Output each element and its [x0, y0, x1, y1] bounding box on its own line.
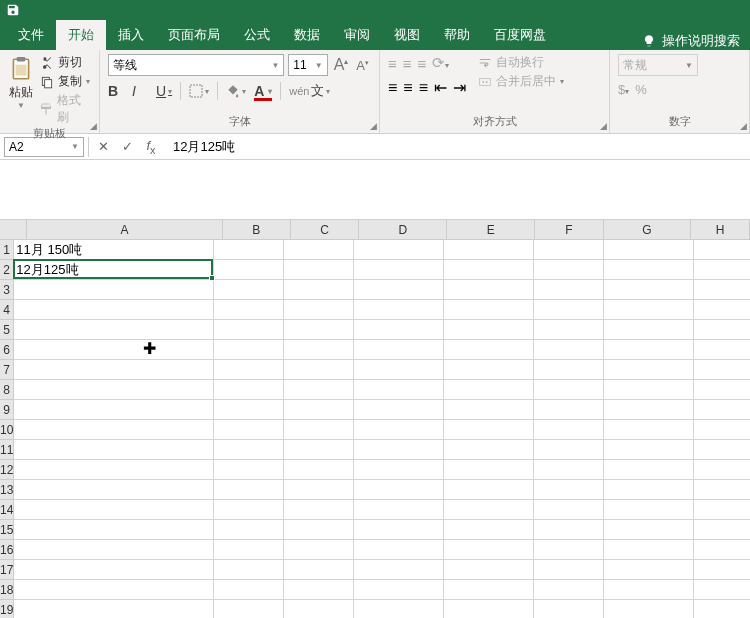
cell[interactable]: 12月125吨	[14, 260, 214, 280]
expand-icon[interactable]: ◢	[600, 121, 607, 131]
enter-button[interactable]: ✓	[117, 139, 137, 154]
cell[interactable]	[534, 520, 604, 540]
cell[interactable]	[354, 440, 444, 460]
cell[interactable]	[534, 580, 604, 600]
select-all-corner[interactable]	[0, 220, 27, 240]
cell[interactable]	[604, 360, 694, 380]
cell[interactable]	[444, 280, 534, 300]
cell[interactable]	[214, 500, 284, 520]
tab-page-layout[interactable]: 页面布局	[156, 20, 232, 50]
cell[interactable]	[444, 460, 534, 480]
align-center-button[interactable]: ≡	[403, 79, 412, 97]
expand-icon[interactable]: ◢	[370, 121, 377, 131]
fill-color-button[interactable]: ▾	[226, 84, 246, 98]
number-format-select[interactable]: 常规 ▼	[618, 54, 698, 76]
cancel-button[interactable]: ✕	[93, 139, 113, 154]
cell[interactable]	[14, 420, 214, 440]
column-header[interactable]: E	[447, 220, 535, 240]
cell[interactable]	[284, 560, 354, 580]
cell[interactable]	[604, 560, 694, 580]
tab-review[interactable]: 审阅	[332, 20, 382, 50]
cell[interactable]	[694, 600, 750, 618]
cell[interactable]	[694, 480, 750, 500]
cell[interactable]	[534, 460, 604, 480]
cell[interactable]	[214, 240, 284, 260]
cell[interactable]	[694, 380, 750, 400]
formula-bar[interactable]: 12月125吨	[165, 138, 746, 156]
cell[interactable]	[694, 400, 750, 420]
cell[interactable]	[604, 520, 694, 540]
align-middle-button[interactable]: ≡	[403, 55, 412, 72]
tab-insert[interactable]: 插入	[106, 20, 156, 50]
row-header[interactable]: 2	[0, 260, 14, 280]
cell[interactable]: 11月 150吨	[14, 240, 214, 260]
expand-icon[interactable]: ◢	[740, 121, 747, 131]
cell[interactable]	[14, 380, 214, 400]
cell[interactable]	[444, 580, 534, 600]
column-header[interactable]: D	[359, 220, 447, 240]
cell[interactable]	[284, 500, 354, 520]
cell[interactable]	[14, 560, 214, 580]
row-header[interactable]: 19	[0, 600, 14, 618]
column-header[interactable]: C	[291, 220, 359, 240]
cell[interactable]	[214, 320, 284, 340]
cell[interactable]	[444, 360, 534, 380]
accounting-format-button[interactable]: $▾	[618, 82, 629, 97]
cell[interactable]	[444, 400, 534, 420]
row-header[interactable]: 18	[0, 580, 14, 600]
cell[interactable]	[284, 360, 354, 380]
percent-format-button[interactable]: %	[635, 82, 647, 97]
tab-help[interactable]: 帮助	[432, 20, 482, 50]
tab-data[interactable]: 数据	[282, 20, 332, 50]
cell[interactable]	[354, 540, 444, 560]
format-painter-button[interactable]: 格式刷	[40, 92, 91, 126]
cell[interactable]	[604, 300, 694, 320]
cell[interactable]	[694, 280, 750, 300]
orientation-button[interactable]: ⟳▾	[432, 54, 449, 72]
cell[interactable]	[214, 520, 284, 540]
cell[interactable]	[354, 320, 444, 340]
cell[interactable]	[534, 480, 604, 500]
cell[interactable]	[354, 300, 444, 320]
cell[interactable]	[14, 460, 214, 480]
cell[interactable]	[14, 600, 214, 618]
cell[interactable]	[604, 240, 694, 260]
cell[interactable]	[444, 480, 534, 500]
tab-baidu[interactable]: 百度网盘	[482, 20, 558, 50]
cell[interactable]	[14, 280, 214, 300]
cell[interactable]	[14, 440, 214, 460]
row-header[interactable]: 1	[0, 240, 14, 260]
fx-button[interactable]: fx	[141, 138, 161, 156]
cell[interactable]	[604, 440, 694, 460]
cell[interactable]	[214, 260, 284, 280]
cells-area[interactable]: 11月 150吨12月125吨	[14, 240, 750, 618]
cell[interactable]	[694, 300, 750, 320]
cell[interactable]	[284, 380, 354, 400]
cell[interactable]	[284, 540, 354, 560]
cut-button[interactable]: 剪切	[40, 54, 91, 71]
align-top-button[interactable]: ≡	[388, 55, 397, 72]
cell[interactable]	[284, 340, 354, 360]
cell[interactable]	[604, 400, 694, 420]
cell[interactable]	[214, 360, 284, 380]
cell[interactable]	[214, 280, 284, 300]
cell[interactable]	[354, 240, 444, 260]
bold-button[interactable]: B	[108, 83, 124, 99]
border-button[interactable]: ▾	[189, 84, 209, 98]
cell[interactable]	[534, 400, 604, 420]
row-header[interactable]: 15	[0, 520, 14, 540]
save-icon[interactable]	[6, 3, 20, 17]
cell[interactable]	[444, 600, 534, 618]
cell[interactable]	[284, 400, 354, 420]
cell[interactable]	[14, 400, 214, 420]
cell[interactable]	[354, 600, 444, 618]
column-header[interactable]: F	[535, 220, 603, 240]
cell[interactable]	[354, 460, 444, 480]
cell[interactable]	[284, 520, 354, 540]
row-header[interactable]: 3	[0, 280, 14, 300]
cell[interactable]	[694, 240, 750, 260]
cell[interactable]	[534, 280, 604, 300]
cell[interactable]	[354, 380, 444, 400]
cell[interactable]	[284, 300, 354, 320]
cell[interactable]	[694, 320, 750, 340]
